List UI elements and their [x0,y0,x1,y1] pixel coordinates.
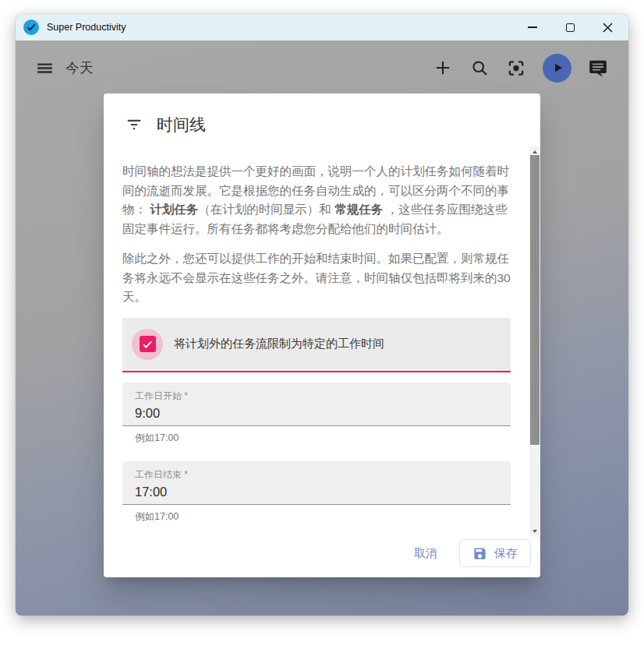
save-icon [472,546,487,561]
save-button-label: 保存 [494,546,518,561]
workday-end-field[interactable]: 工作日结束 * 17:00 [122,461,511,505]
checkbox-ripple [132,329,163,360]
hamburger-menu-button[interactable] [34,58,55,78]
play-button[interactable] [543,54,571,83]
timeline-dialog: 时间线 时间轴的想法是提供一个更好的画面，说明一个人的计划任务如何随着时间的流逝… [104,93,540,577]
cancel-button[interactable]: 取消 [400,540,451,567]
triangle-up-icon [533,150,537,153]
dialog-title: 时间线 [157,114,206,136]
maximize-button[interactable] [564,22,575,33]
focus-mode-button[interactable] [506,58,526,78]
minimize-icon [528,26,537,28]
play-icon [550,60,565,76]
work-hours-checkbox-label: 将计划外的任务流限制为特定的工作时间 [174,337,384,351]
work-hours-checkbox-row[interactable]: 将计划外的任务流限制为特定的工作时间 [122,318,511,372]
work-hours-checkbox[interactable] [140,336,156,352]
triangle-down-icon [533,530,537,533]
scrollbar-thumb[interactable] [530,155,540,445]
comment-icon [588,58,608,79]
filter-list-icon [126,116,143,133]
workday-end-label: 工作日结束 * [135,468,498,481]
dialog-header: 时间线 [104,93,540,146]
workday-start-label: 工作日开始 * [135,390,498,403]
save-button[interactable]: 保存 [459,539,531,567]
workday-end-value[interactable]: 17:00 [135,485,498,499]
focus-mode-icon [506,58,526,79]
planned-tasks-term: 计划任务 [150,203,198,216]
main-toolbar: 今天 [16,50,628,86]
workday-end-hint: 例如17:00 [122,505,511,524]
titlebar: Super Productivity [16,14,628,41]
toolbar-actions [433,54,608,83]
workday-start-value[interactable]: 9:00 [135,406,498,421]
app-window: Super Productivity 今天 [16,14,628,615]
app-logo-icon [23,19,39,35]
window-title: Super Productivity [47,22,126,33]
notes-button[interactable] [588,58,608,78]
window-controls [527,22,621,33]
dialog-paragraph-1: 时间轴的想法是提供一个更好的画面，说明一个人的计划任务如何随着时间的流逝而发展。… [122,162,511,238]
hamburger-icon [35,58,55,78]
dialog-scroll-area: 时间轴的想法是提供一个更好的画面，说明一个人的计划任务如何随着时间的流逝而发展。… [104,146,540,537]
add-task-button[interactable] [433,58,453,78]
plus-icon [433,58,453,78]
minimize-button[interactable] [527,22,538,33]
close-button[interactable] [602,22,613,33]
dialog-footer: 取消 保存 [104,537,540,577]
page-title: 今天 [65,58,94,77]
maximize-icon [566,23,575,32]
dialog-paragraph-2: 除此之外，您还可以提供工作的开始和结束时间。如果已配置，则常规任务将永远不会显示… [122,249,511,307]
dialog-scrollbar[interactable] [529,146,540,537]
workday-start-hint: 例如17:00 [122,426,511,445]
scrollbar-down-arrow[interactable] [529,526,540,537]
search-button[interactable] [469,58,490,78]
search-icon [470,58,490,78]
workday-start-field[interactable]: 工作日开始 * 9:00 [122,383,511,426]
close-icon [603,23,613,33]
regular-tasks-term: 常规任务 [334,203,383,216]
checkbox-checked-icon [141,338,154,351]
